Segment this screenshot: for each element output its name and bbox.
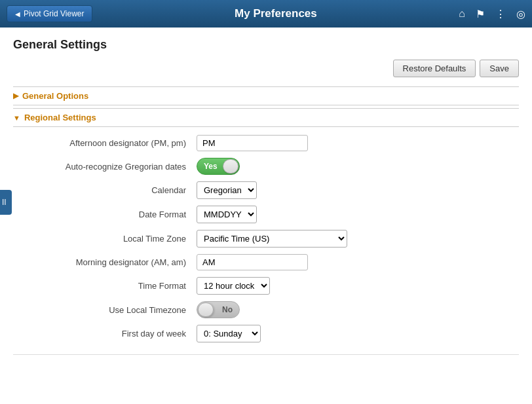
local-time-zone-row: Local Time Zone Pacific Time (US) Mounta… [13,230,519,248]
auto-recognize-control: Yes [197,158,328,175]
auto-recognize-label: Auto-recognize Gregorian dates [26,162,197,172]
time-format-row: Time Format 12 hour clock 24 hour clock [13,277,519,295]
first-day-of-week-row: First day of week 0: Sunday 1: Monday 2:… [13,325,519,342]
calendar-control: Gregorian Julian Buddhist [197,181,328,199]
afternoon-designator-input[interactable] [197,135,308,151]
auto-recognize-row: Auto-recognize Gregorian dates Yes [13,158,519,175]
use-local-timezone-label: Use Local Timezone [26,305,197,315]
use-local-timezone-toggle-label: No [222,305,233,314]
calendar-select[interactable]: Gregorian Julian Buddhist [197,181,257,199]
header: Pivot Grid Viewer My Preferences ⌂ ⚑ ⋮ ◎ [0,0,532,28]
time-format-select[interactable]: 12 hour clock 24 hour clock [197,277,270,295]
use-local-timezone-knob [198,303,214,317]
morning-designator-input[interactable] [197,254,308,270]
date-format-label: Date Format [26,210,197,219]
regional-settings-arrow: ▼ [13,114,20,122]
back-label: Pivot Grid Viewer [24,9,84,18]
afternoon-designator-row: Afternoon designator (PM, pm) [13,135,519,151]
use-local-timezone-row: Use Local Timezone No [13,301,519,318]
time-format-control: 12 hour clock 24 hour clock [197,277,328,295]
calendar-label: Calendar [26,185,197,195]
local-time-zone-label: Local Time Zone [26,234,197,244]
page-title-header: My Preferences [92,7,459,20]
general-options-label: General Options [22,91,88,101]
more-icon[interactable]: ⋮ [495,8,506,20]
general-options-arrow: ▶ [13,92,18,100]
toolbar: Restore Defaults Save [13,60,519,77]
home-icon[interactable]: ⌂ [459,8,465,20]
afternoon-designator-control [197,135,328,151]
first-day-of-week-select[interactable]: 0: Sunday 1: Monday 2: Tuesday [197,325,261,342]
regional-settings-section[interactable]: ▼ Regional Settings [13,108,519,127]
time-format-label: Time Format [26,281,197,291]
local-time-zone-control: Pacific Time (US) Mountain Time (US) Cen… [197,230,328,248]
use-local-timezone-toggle[interactable]: No [197,301,240,318]
save-button[interactable]: Save [480,60,519,77]
local-time-zone-select[interactable]: Pacific Time (US) Mountain Time (US) Cen… [197,230,347,248]
main-content: General Settings Restore Defaults Save ▶… [0,28,532,404]
auto-recognize-knob [223,159,238,174]
auto-recognize-toggle-label: Yes [204,162,218,171]
morning-designator-row: Morning designator (AM, am) [13,254,519,270]
morning-designator-label: Morning designator (AM, am) [26,257,197,267]
date-format-row: Date Format MMDDYY DDMMYY YYMMDD [13,206,519,223]
first-day-of-week-label: First day of week [26,329,197,339]
back-button[interactable]: Pivot Grid Viewer [7,5,92,22]
regional-settings-fields: Afternoon designator (PM, pm) Auto-recog… [13,130,519,355]
restore-defaults-button[interactable]: Restore Defaults [393,60,476,77]
sidebar-tab[interactable]: II [0,190,12,215]
sidebar-tab-label: II [2,198,7,207]
flag-icon[interactable]: ⚑ [476,8,485,20]
afternoon-designator-label: Afternoon designator (PM, pm) [26,138,197,148]
first-day-of-week-control: 0: Sunday 1: Monday 2: Tuesday [197,325,328,342]
date-format-control: MMDDYY DDMMYY YYMMDD [197,206,328,223]
regional-settings-label: Regional Settings [24,113,96,122]
general-options-section[interactable]: ▶ General Options [13,86,519,105]
compass-icon[interactable]: ◎ [516,8,525,20]
header-icons: ⌂ ⚑ ⋮ ◎ [459,8,525,20]
use-local-timezone-control: No [197,301,328,318]
auto-recognize-toggle[interactable]: Yes [197,158,240,175]
date-format-select[interactable]: MMDDYY DDMMYY YYMMDD [197,206,257,223]
calendar-row: Calendar Gregorian Julian Buddhist [13,181,519,199]
morning-designator-control [197,254,328,270]
page-title: General Settings [13,38,519,52]
